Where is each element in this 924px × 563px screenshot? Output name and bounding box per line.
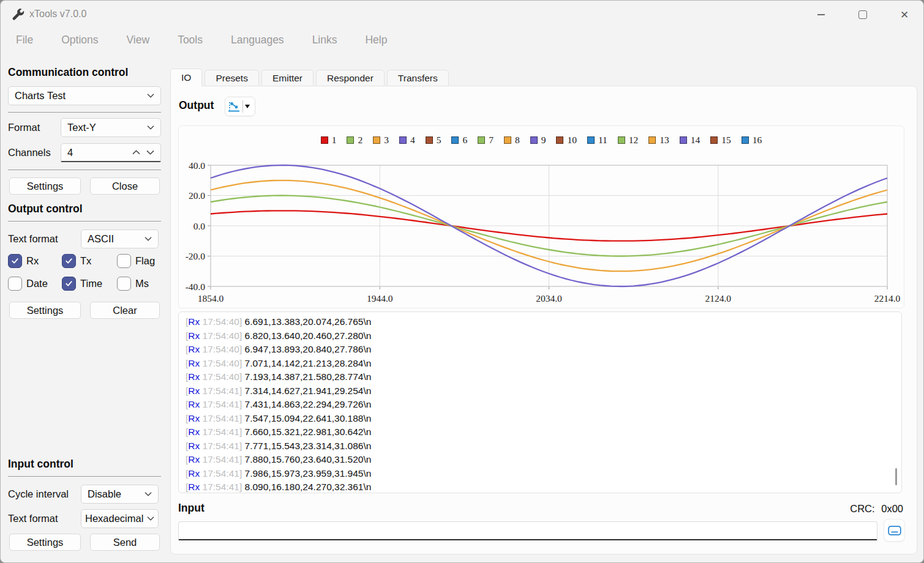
tab-io[interactable]: IO [170,69,202,86]
menu-item-help[interactable]: Help [365,34,387,47]
format-select[interactable]: Text-Y [61,118,161,137]
legend-item-9[interactable]: 9 [530,135,546,146]
log-line: [Rx 17:54:40] 7.071,14.142,21.213,28.284… [186,357,901,371]
legend-item-10[interactable]: 10 [556,135,577,146]
menu-item-languages[interactable]: Languages [231,34,284,47]
legend-label: 1 [332,135,337,146]
tab-transfers[interactable]: Transfers [387,70,449,86]
legend-item-3[interactable]: 3 [373,135,389,146]
legend-label: 4 [410,135,415,146]
window-title: xTools v7.0.0 [29,9,86,20]
chart-type-button[interactable] [225,97,255,116]
legend-label: 8 [515,135,520,146]
svg-text:2214.0: 2214.0 [874,293,901,304]
input-section-label: Input [178,502,205,515]
log-line: [Rx 17:54:40] 6.691,13.383,20.074,26.765… [186,315,901,329]
legend-label: 13 [659,135,669,146]
title-bar[interactable]: xTools v7.0.0 ✕ [1,1,923,29]
device-select-value: Charts Test [15,90,66,102]
chart-legend: 12345678910111213141516 [179,135,904,146]
output-clear-button[interactable]: Clear [90,302,160,319]
legend-item-1[interactable]: 1 [321,135,337,146]
output-settings-button[interactable]: Settings [9,302,81,319]
checkbox-label: Time [80,278,102,289]
checkbox-label: Ms [135,278,149,289]
maximize-button[interactable] [852,6,873,24]
comm-close-button[interactable]: Close [90,177,160,195]
legend-swatch [373,136,380,144]
legend-item-8[interactable]: 8 [504,135,520,146]
log-line: [Rx 17:54:41] 8.090,16.180,24.270,32.361… [186,480,901,493]
chevron-up-icon[interactable] [132,150,140,155]
svg-text:1854.0: 1854.0 [198,293,224,304]
checkbox-flag[interactable]: Flag [117,254,155,268]
minimize-button[interactable] [811,6,832,24]
channels-label: Channels [8,143,51,162]
checkbox-tx[interactable]: Tx [62,254,117,268]
log-line: [Rx 17:54:41] 7.547,15.094,22.641,30.188… [186,412,901,426]
device-select[interactable]: Charts Test [8,86,161,105]
legend-item-13[interactable]: 13 [648,135,669,146]
legend-label: 2 [358,135,362,146]
input-text-format-label: Text format [8,509,58,528]
output-section-label: Output [179,99,214,112]
legend-swatch [451,136,459,144]
input-settings-button[interactable]: Settings [9,534,81,551]
checkbox-ms[interactable]: Ms [117,277,149,291]
output-text-format-select[interactable]: ASCII [81,229,159,248]
svg-text:0.0: 0.0 [193,221,206,231]
menu-item-options[interactable]: Options [61,34,98,47]
log-line: [Rx 17:54:40] 6.947,13.893,20.840,27.786… [186,343,901,357]
crc-readout: CRC: 0x00 [821,503,903,515]
legend-item-5[interactable]: 5 [426,135,441,146]
tab-responder[interactable]: Responder [316,70,385,86]
svg-text:40.0: 40.0 [189,160,205,171]
output-text-format-label: Text format [8,229,58,248]
checkbox-date[interactable]: Date [8,277,62,291]
svg-text:1944.0: 1944.0 [367,293,393,304]
log-line: [Rx 17:54:41] 7.660,15.321,22.981,30.642… [186,425,901,439]
checkbox-rx[interactable]: Rx [8,254,62,268]
close-button[interactable]: ✕ [894,6,915,24]
cycle-interval-select[interactable]: Disable [81,485,159,504]
channels-spinner[interactable]: 4 [61,143,161,162]
close-icon: ✕ [900,10,909,20]
legend-label: 14 [691,135,701,146]
svg-text:20.0: 20.0 [189,190,205,201]
log-line: [Rx 17:54:41] 7.314,14.627,21.941,29.254… [186,384,901,398]
input-send-button[interactable]: Send [90,534,160,551]
svg-text:2034.0: 2034.0 [536,293,562,304]
legend-item-14[interactable]: 14 [680,135,701,146]
send-input-field[interactable] [178,521,877,540]
input-text-format-value: Hexadecimal [85,513,143,524]
legend-swatch [710,136,718,144]
menu-item-view[interactable]: View [127,34,150,47]
checkbox-time[interactable]: Time [62,277,117,291]
legend-item-16[interactable]: 16 [742,135,762,146]
legend-item-4[interactable]: 4 [399,135,415,146]
input-format-button[interactable] [884,519,905,542]
legend-swatch [648,136,656,144]
chevron-down-icon [147,125,154,130]
legend-item-11[interactable]: 11 [587,135,607,146]
menu-item-file[interactable]: File [16,34,33,47]
legend-item-7[interactable]: 7 [478,135,494,146]
menu-item-tools[interactable]: Tools [178,34,203,47]
menu-item-links[interactable]: Links [312,34,337,47]
legend-item-12[interactable]: 12 [618,135,639,146]
chevron-down-icon[interactable] [146,150,154,155]
legend-item-2[interactable]: 2 [347,135,362,146]
unchecked-box [117,277,131,291]
legend-swatch [347,136,354,144]
log-line: [Rx 17:54:40] 6.820,13.640,20.460,27.280… [186,329,901,343]
log-scrollbar[interactable] [895,468,897,485]
output-log[interactable]: [Rx 17:54:40] 6.691,13.383,20.074,26.765… [178,311,902,493]
legend-item-6[interactable]: 6 [451,135,467,146]
input-text-format-select[interactable]: Hexadecimal [81,509,159,528]
legend-item-15[interactable]: 15 [710,135,731,146]
tab-presets[interactable]: Presets [205,70,259,86]
tab-emitter[interactable]: Emitter [261,70,314,86]
legend-label: 9 [541,135,546,146]
crc-label: CRC: [850,503,874,514]
comm-settings-button[interactable]: Settings [9,177,81,195]
